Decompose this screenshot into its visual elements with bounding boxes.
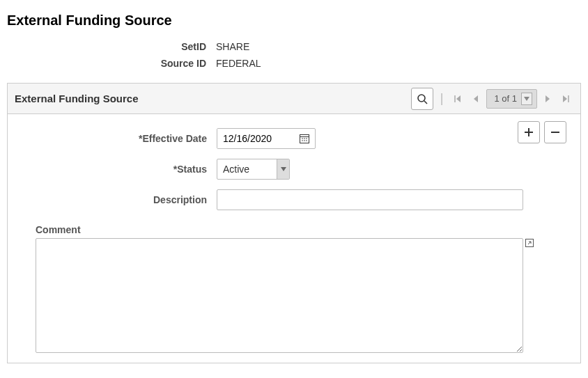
svg-point-7 xyxy=(302,140,303,141)
find-button[interactable] xyxy=(411,88,433,110)
nav-separator: | xyxy=(436,91,448,106)
description-input[interactable] xyxy=(217,189,523,210)
page-counter-dropdown[interactable]: 1 of 1 xyxy=(486,89,537,109)
effective-date-field-wrap xyxy=(217,128,316,149)
comment-textarea[interactable] xyxy=(36,238,523,353)
row-actions xyxy=(518,121,566,143)
effective-date-label: *Effective Date xyxy=(22,133,217,144)
funding-source-panel: External Funding Source | xyxy=(7,83,581,363)
panel-body: *Effective Date *Status Active xyxy=(8,114,580,363)
last-page-button[interactable] xyxy=(558,89,573,109)
chevron-right-icon xyxy=(544,95,551,103)
chevron-down-icon xyxy=(281,167,286,171)
panel-header: External Funding Source | xyxy=(8,84,580,114)
status-value: Active xyxy=(217,164,277,175)
search-icon xyxy=(417,93,428,104)
status-dropdown-button[interactable] xyxy=(277,159,289,179)
effective-date-picker-button[interactable] xyxy=(294,129,315,148)
svg-point-8 xyxy=(304,140,305,141)
first-page-button[interactable] xyxy=(450,89,465,109)
svg-point-9 xyxy=(306,140,307,141)
form-grid: *Effective Date *Status Active xyxy=(22,128,566,210)
setid-value: SHARE xyxy=(216,41,581,52)
chevron-left-icon xyxy=(472,95,479,103)
sourceid-value: FEDERAL xyxy=(216,58,581,69)
expand-comment-button[interactable] xyxy=(523,237,536,249)
chevron-down-icon xyxy=(521,93,532,105)
delete-row-button[interactable] xyxy=(544,121,566,143)
minus-icon xyxy=(550,127,560,137)
calendar-icon xyxy=(299,133,310,144)
page-counter-text: 1 of 1 xyxy=(494,93,517,104)
comment-block: Comment xyxy=(22,224,566,353)
panel-nav: | 1 of 1 xyxy=(411,88,573,110)
svg-point-0 xyxy=(418,95,425,102)
last-page-icon xyxy=(562,95,570,103)
header-summary: SetID SHARE Source ID FEDERAL xyxy=(7,41,581,69)
status-label: *Status xyxy=(22,164,217,175)
setid-label: SetID xyxy=(7,41,216,52)
prev-page-button[interactable] xyxy=(468,89,483,109)
first-page-icon xyxy=(454,95,462,103)
svg-point-4 xyxy=(302,138,303,139)
status-select[interactable]: Active xyxy=(217,159,290,180)
svg-point-6 xyxy=(306,138,307,139)
expand-icon xyxy=(525,238,534,248)
effective-date-input[interactable] xyxy=(217,129,294,148)
plus-icon xyxy=(524,127,534,137)
page-title: External Funding Source xyxy=(7,13,581,29)
sourceid-label: Source ID xyxy=(7,58,216,69)
comment-label: Comment xyxy=(36,224,566,235)
description-label: Description xyxy=(22,194,217,205)
add-row-button[interactable] xyxy=(518,121,540,143)
svg-line-1 xyxy=(424,101,427,104)
next-page-button[interactable] xyxy=(540,89,555,109)
panel-title: External Funding Source xyxy=(15,93,139,104)
svg-point-5 xyxy=(304,138,305,139)
